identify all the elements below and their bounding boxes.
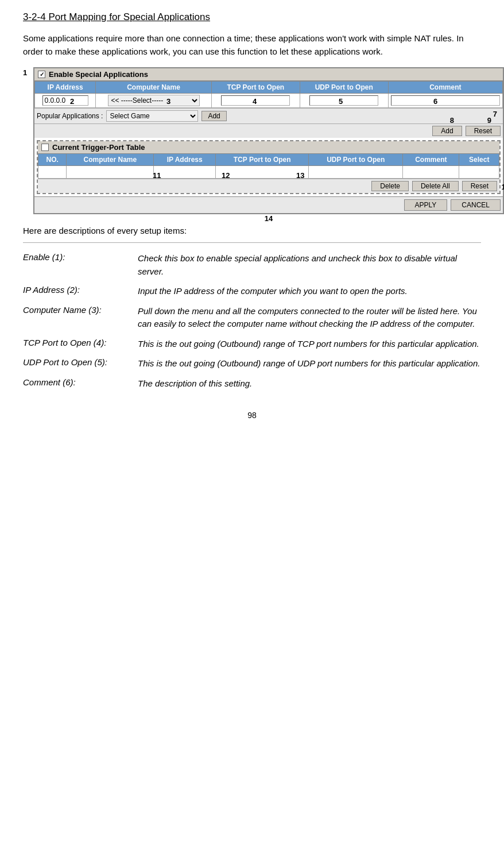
cancel-button[interactable]: CANCEL xyxy=(451,199,501,211)
desc-value-udp: This is the out going (Outbound) range o… xyxy=(138,354,481,374)
enable-label: Enable Special Applications xyxy=(49,70,148,79)
trigger-col-select: Select xyxy=(459,154,499,166)
trigger-col-udp: UDP Port to Open xyxy=(309,154,403,166)
desc-row-tcp: TCP Port to Open (4): This is the out go… xyxy=(23,334,481,354)
add-button-2[interactable]: Add xyxy=(432,126,462,136)
desc-value-tcp: This is the out going (Outbound) range o… xyxy=(138,334,481,354)
badge-14: 14 xyxy=(265,214,273,223)
col-computer: Computer Name xyxy=(96,82,212,94)
udp-port-input[interactable] xyxy=(309,95,378,106)
desc-label-enable: Enable (1): xyxy=(23,249,138,281)
badge-3: 3 xyxy=(166,97,170,106)
trigger-col-computer: Computer Name xyxy=(67,154,154,166)
col-comment: Comment xyxy=(388,82,502,94)
desc-value-ip: Input the IP address of the computer whi… xyxy=(138,281,481,302)
badge-12: 12 xyxy=(222,171,230,180)
badge-2: 2 xyxy=(70,97,74,106)
desc-value-enable: Check this box to enable special applica… xyxy=(138,249,481,281)
desc-value-comment: The description of this setting. xyxy=(138,374,481,394)
intro-text: Some applications require more than one … xyxy=(23,32,481,58)
badge-5: 5 xyxy=(339,97,343,106)
ip-input[interactable] xyxy=(42,95,88,106)
desc-row-computer: Computer Name (3): Pull down the menu an… xyxy=(23,302,481,334)
badge-1: 1 xyxy=(23,68,27,77)
desc-intro: Here are descriptions of every setup ite… xyxy=(23,226,481,235)
trigger-col-tcp: TCP Port to Open xyxy=(216,154,309,166)
delete-button[interactable]: Delete xyxy=(371,181,409,191)
desc-label-udp: UDP Port to Open (5): xyxy=(23,354,138,374)
enable-header: ✓ Enable Special Applications xyxy=(34,68,503,81)
page-title: 3-2-4 Port Mapping for Special Applicati… xyxy=(23,11,481,23)
reset-button-2[interactable]: Reset xyxy=(462,181,497,191)
trigger-empty-row xyxy=(38,166,499,179)
descriptions-section: Here are descriptions of every setup ite… xyxy=(23,226,481,393)
badge-8: 8 xyxy=(450,116,454,125)
badge-7: 7 xyxy=(493,110,497,118)
desc-label-computer: Computer Name (3): xyxy=(23,302,138,334)
trigger-col-comment: Comment xyxy=(403,154,459,166)
computer-name-select[interactable]: << -----Select----- xyxy=(108,95,200,106)
main-table: IP Address Computer Name TCP Port to Ope… xyxy=(34,81,503,108)
trigger-col-ip: IP Address xyxy=(154,154,216,166)
game-select[interactable]: Select Game xyxy=(106,110,198,122)
desc-table: Enable (1): Check this box to enable spe… xyxy=(23,249,481,393)
main-input-row: << -----Select----- xyxy=(35,94,503,108)
badge-10: 10 xyxy=(502,183,504,191)
delete-all-button[interactable]: Delete All xyxy=(412,181,459,191)
dotted-header: Current Trigger-Port Table xyxy=(38,141,499,153)
desc-row-udp: UDP Port to Open (5): This is the out go… xyxy=(23,354,481,374)
desc-label-ip: IP Address (2): xyxy=(23,281,138,302)
trigger-table-label: Current Trigger-Port Table xyxy=(52,143,145,152)
badge-6: 6 xyxy=(433,97,437,106)
desc-row-comment: Comment (6): The description of this set… xyxy=(23,374,481,394)
popular-apps-label: Popular Applications : xyxy=(37,112,103,120)
desc-label-tcp: TCP Port to Open (4): xyxy=(23,334,138,354)
badge-4: 4 xyxy=(253,97,257,106)
col-ip: IP Address xyxy=(35,82,96,94)
desc-value-computer: Pull down the menu and all the computers… xyxy=(138,302,481,334)
reset-button[interactable]: Reset xyxy=(466,126,501,136)
col-tcp: TCP Port to Open xyxy=(211,82,300,94)
col-udp: UDP Port to Open xyxy=(300,82,388,94)
desc-row-enable: Enable (1): Check this box to enable spe… xyxy=(23,249,481,281)
comment-input[interactable] xyxy=(391,95,500,106)
add-button[interactable]: Add xyxy=(201,111,226,121)
apply-button[interactable]: APPLY xyxy=(404,199,448,211)
desc-row-ip: IP Address (2): Input the IP address of … xyxy=(23,281,481,302)
page-number: 98 xyxy=(23,411,481,420)
badge-13: 13 xyxy=(296,171,304,180)
trigger-table: NO. Computer Name IP Address TCP Port to… xyxy=(38,153,499,179)
trigger-col-no: NO. xyxy=(38,154,67,166)
desc-label-comment: Comment (6): xyxy=(23,374,138,394)
enable-checkbox[interactable]: ✓ xyxy=(38,71,45,78)
check-mark: ✓ xyxy=(40,71,44,78)
badge-11: 11 xyxy=(153,171,161,180)
dotted-checkbox xyxy=(41,144,49,151)
badge-9: 9 xyxy=(487,116,491,125)
